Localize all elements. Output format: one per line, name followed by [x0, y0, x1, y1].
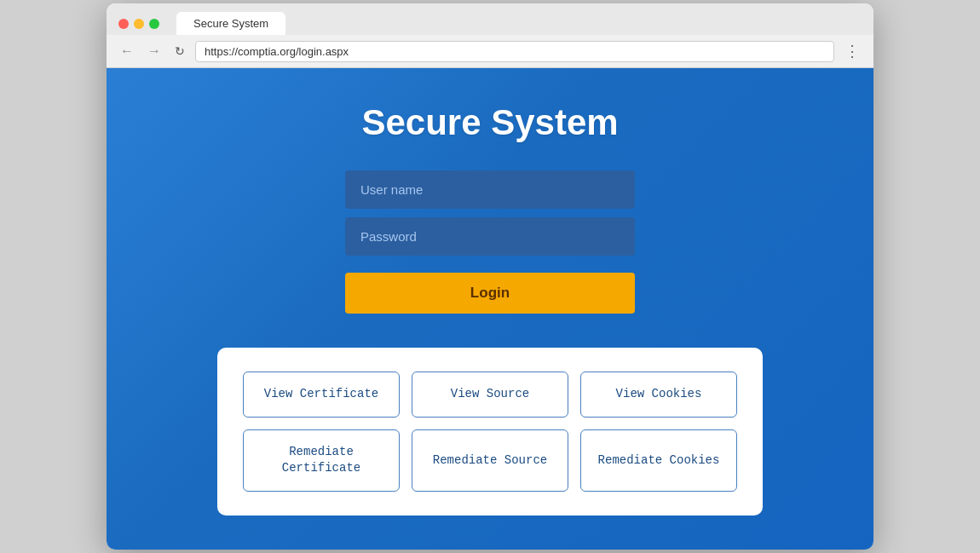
tab-area: Secure System — [176, 12, 285, 35]
address-bar[interactable] — [195, 41, 834, 62]
close-button[interactable] — [118, 19, 129, 29]
remediate-source-button[interactable]: Remediate Source — [412, 429, 568, 492]
password-input[interactable] — [345, 217, 635, 256]
browser-toolbar: ← → ↻ ⋮ — [107, 35, 873, 68]
page-content: Secure System Login View Certificate Vie… — [107, 68, 873, 550]
login-button[interactable]: Login — [345, 273, 635, 314]
login-form: Login — [345, 170, 635, 314]
page-title: Secure System — [361, 102, 618, 143]
minimize-button[interactable] — [134, 19, 144, 29]
browser-titlebar: Secure System — [107, 3, 873, 35]
back-button[interactable]: ← — [117, 42, 137, 60]
username-input[interactable] — [345, 170, 635, 209]
view-certificate-button[interactable]: View Certificate — [243, 372, 400, 418]
active-tab[interactable]: Secure System — [176, 12, 285, 35]
browser-controls: Secure System — [118, 12, 862, 35]
view-cookies-button[interactable]: View Cookies — [580, 372, 737, 418]
forward-button[interactable]: → — [144, 42, 164, 60]
remediate-certificate-button[interactable]: RemediateCertificate — [243, 429, 400, 492]
reload-button[interactable]: ↻ — [171, 43, 188, 60]
maximize-button[interactable] — [149, 19, 159, 29]
browser-window: Secure System ← → ↻ ⋮ Secure System Logi… — [107, 3, 873, 550]
remediate-cookies-button[interactable]: Remediate Cookies — [580, 429, 737, 492]
tab-title: Secure System — [193, 17, 268, 30]
view-source-button[interactable]: View Source — [412, 372, 568, 418]
browser-menu-button[interactable]: ⋮ — [841, 40, 863, 62]
action-panel: View Certificate View Source View Cookie… — [217, 348, 763, 516]
